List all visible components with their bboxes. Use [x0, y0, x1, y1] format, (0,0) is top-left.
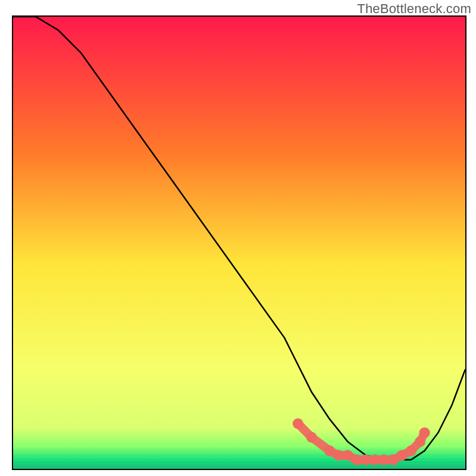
chart-svg — [13, 17, 465, 469]
marker-dot — [293, 418, 303, 429]
marker-dot — [406, 446, 416, 456]
marker-dot — [306, 432, 317, 443]
plot-area — [12, 15, 466, 470]
gradient-background — [13, 17, 465, 469]
watermark-text: TheBottleneck.com — [357, 1, 471, 17]
marker-dot — [419, 427, 430, 438]
chart-canvas: TheBottleneck.com — [0, 0, 476, 476]
